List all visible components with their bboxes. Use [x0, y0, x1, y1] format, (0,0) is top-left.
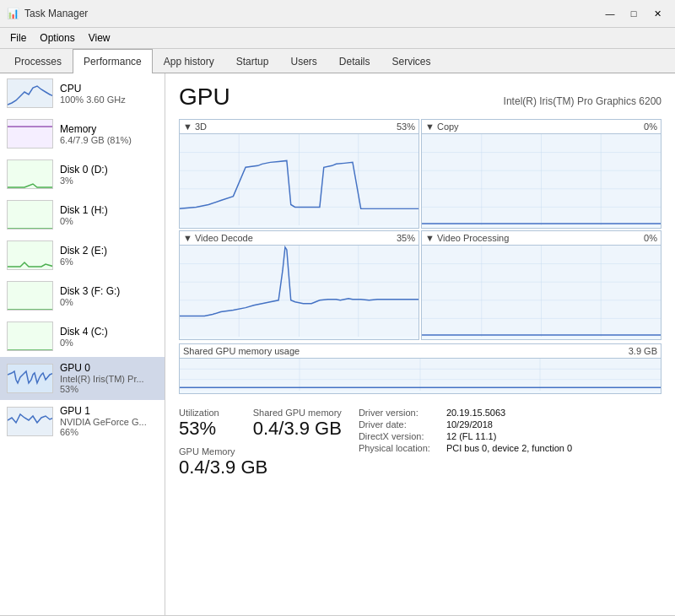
- tab-startup[interactable]: Startup: [225, 49, 280, 73]
- stat-shared-value: 0.4/3.9 GB: [253, 418, 342, 440]
- app-icon: 📊: [7, 8, 19, 19]
- tab-processes[interactable]: Processes: [3, 49, 73, 73]
- sidebar-info-disk3: Disk 3 (F: G:) 0%: [60, 285, 158, 307]
- sidebar-item-gpu1[interactable]: GPU 1 NVIDIA GeForce G... 66%: [0, 400, 165, 443]
- shared-gpu-title: Shared GPU memory usage: [183, 346, 300, 356]
- titlebar-controls: — □ ✕: [599, 5, 668, 22]
- sidebar-pct-gpu0: 53%: [60, 384, 158, 394]
- sidebar-pct-gpu1: 66%: [60, 427, 158, 437]
- sidebar-item-disk3[interactable]: Disk 3 (F: G:) 0%: [0, 276, 165, 316]
- svg-rect-6: [8, 322, 53, 351]
- close-button[interactable]: ✕: [646, 5, 668, 22]
- sidebar-name-cpu: CPU: [60, 83, 158, 95]
- minimize-button[interactable]: —: [599, 5, 621, 22]
- driver-date-row: Driver date: 10/29/2018: [359, 419, 572, 430]
- driver-directx-row: DirectX version: 12 (FL 11.1): [359, 431, 572, 441]
- sidebar-info-gpu1: GPU 1 NVIDIA GeForce G... 66%: [60, 405, 158, 437]
- chart-3d-area: [180, 134, 418, 225]
- sidebar-graph-disk0: [7, 159, 53, 189]
- sidebar-info-disk2: Disk 2 (E:) 6%: [60, 245, 158, 267]
- sidebar-item-disk4[interactable]: Disk 4 (C:) 0%: [0, 316, 165, 357]
- tab-details[interactable]: Details: [328, 49, 381, 73]
- sidebar-graph-cpu: [7, 78, 53, 108]
- svg-rect-0: [8, 79, 53, 108]
- chart-3d: ▼ 3D 53%: [179, 119, 419, 229]
- charts-grid: ▼ 3D 53%: [179, 119, 662, 340]
- maximize-button[interactable]: □: [623, 5, 645, 22]
- tab-users[interactable]: Users: [279, 49, 327, 73]
- driver-date-value: 10/29/2018: [446, 419, 493, 430]
- menu-options[interactable]: Options: [33, 30, 81, 46]
- chart-copy-area: [422, 134, 661, 225]
- chart-3d-title: ▼ 3D: [183, 122, 207, 132]
- driver-location-value: PCI bus 0, device 2, function 0: [446, 443, 572, 453]
- sidebar-item-cpu[interactable]: CPU 100% 3.60 GHz: [0, 73, 165, 114]
- sidebar-item-disk1[interactable]: Disk 1 (H:) 0%: [0, 195, 165, 235]
- sidebar-info-memory: Memory 6.4/7.9 GB (81%): [60, 123, 158, 145]
- chart-vp-title: ▼ Video Processing: [425, 233, 509, 243]
- shared-gpu-chart: Shared GPU memory usage 3.9 GB: [179, 343, 662, 394]
- sidebar-info-cpu: CPU 100% 3.60 GHz: [60, 83, 158, 105]
- driver-location-label: Physical location:: [359, 443, 443, 453]
- shared-gpu-value: 3.9 GB: [629, 346, 657, 356]
- svg-rect-4: [8, 241, 53, 270]
- chart-vp-pct: 0%: [644, 233, 657, 243]
- sidebar-sub-disk1: 0%: [60, 216, 158, 226]
- app-title: Task Manager: [24, 8, 88, 19]
- sidebar-graph-gpu0: [7, 364, 53, 393]
- sidebar-item-gpu0[interactable]: GPU 0 Intel(R) Iris(TM) Pr... 53%: [0, 357, 165, 400]
- driver-location-row: Physical location: PCI bus 0, device 2, …: [359, 443, 572, 453]
- shared-gpu-label: Shared GPU memory usage 3.9 GB: [180, 344, 661, 359]
- sidebar-sub-disk4: 0%: [60, 338, 158, 348]
- stat-utilization-value: 53%: [179, 418, 219, 440]
- menu-file[interactable]: File: [3, 30, 33, 46]
- sidebar-item-memory[interactable]: Memory 6.4/7.9 GB (81%): [0, 114, 165, 154]
- chart-vd-title: ▼ Video Decode: [183, 233, 253, 243]
- stats-section: Utilization 53% Shared GPU memory 0.4/3.…: [179, 404, 342, 482]
- sidebar-name-disk3: Disk 3 (F: G:): [60, 285, 158, 297]
- content-area: GPU Intel(R) Iris(TM) Pro Graphics 6200 …: [165, 73, 675, 615]
- gpu-title: GPU: [179, 84, 230, 111]
- chart-copy-pct: 0%: [644, 122, 657, 132]
- tab-app-history[interactable]: App history: [153, 49, 225, 73]
- sidebar-name-memory: Memory: [60, 123, 158, 135]
- stats-row: Utilization 53% Shared GPU memory 0.4/3.…: [179, 404, 342, 443]
- gpu-header: GPU Intel(R) Iris(TM) Pro Graphics 6200: [179, 84, 662, 111]
- stat-gpu-memory-label: GPU Memory: [179, 446, 342, 457]
- driver-version-label: Driver version:: [359, 408, 443, 418]
- menubar: File Options View: [0, 28, 675, 49]
- chart-vd-area: [180, 246, 418, 337]
- tab-performance[interactable]: Performance: [73, 49, 153, 73]
- sidebar-graph-disk2: [7, 240, 53, 270]
- sidebar-name-gpu0: GPU 0: [60, 362, 158, 374]
- menu-view[interactable]: View: [82, 30, 117, 46]
- sidebar-item-disk0[interactable]: Disk 0 (D:) 3%: [0, 154, 165, 195]
- titlebar: 📊 Task Manager — □ ✕: [0, 0, 675, 28]
- chart-3d-pct: 53%: [397, 122, 415, 132]
- main-area: CPU 100% 3.60 GHz Memory 6.4/7.9 GB (81%…: [0, 73, 675, 615]
- stat-utilization: Utilization 53%: [179, 404, 219, 443]
- sidebar-graph-disk4: [7, 322, 53, 351]
- stat-shared-label: Shared GPU memory: [253, 408, 342, 418]
- chart-vp-label: ▼ Video Processing 0%: [422, 231, 661, 246]
- sidebar: CPU 100% 3.60 GHz Memory 6.4/7.9 GB (81%…: [0, 73, 165, 615]
- sidebar-name-disk2: Disk 2 (E:): [60, 245, 158, 257]
- sidebar-name-gpu1: GPU 1: [60, 405, 158, 417]
- sidebar-graph-gpu1: [7, 407, 53, 436]
- stats-driver-section: Utilization 53% Shared GPU memory 0.4/3.…: [179, 404, 662, 482]
- sidebar-item-disk2[interactable]: Disk 2 (E:) 6%: [0, 235, 165, 276]
- sidebar-info-disk0: Disk 0 (D:) 3%: [60, 164, 158, 186]
- chart-3d-label: ▼ 3D 53%: [180, 120, 418, 134]
- sidebar-sub-cpu: 100% 3.60 GHz: [60, 95, 158, 105]
- chart-vp-area: [422, 246, 661, 337]
- stat-utilization-label: Utilization: [179, 408, 219, 418]
- driver-version-row: Driver version: 20.19.15.5063: [359, 408, 572, 418]
- driver-version-value: 20.19.15.5063: [446, 408, 505, 418]
- tab-services[interactable]: Services: [381, 49, 442, 73]
- sidebar-sub-memory: 6.4/7.9 GB (81%): [60, 135, 158, 145]
- sidebar-name-disk1: Disk 1 (H:): [60, 204, 158, 216]
- driver-date-label: Driver date:: [359, 419, 443, 430]
- sidebar-info-disk4: Disk 4 (C:) 0%: [60, 326, 158, 348]
- chart-vd-label: ▼ Video Decode 35%: [180, 231, 418, 246]
- svg-rect-8: [8, 408, 53, 436]
